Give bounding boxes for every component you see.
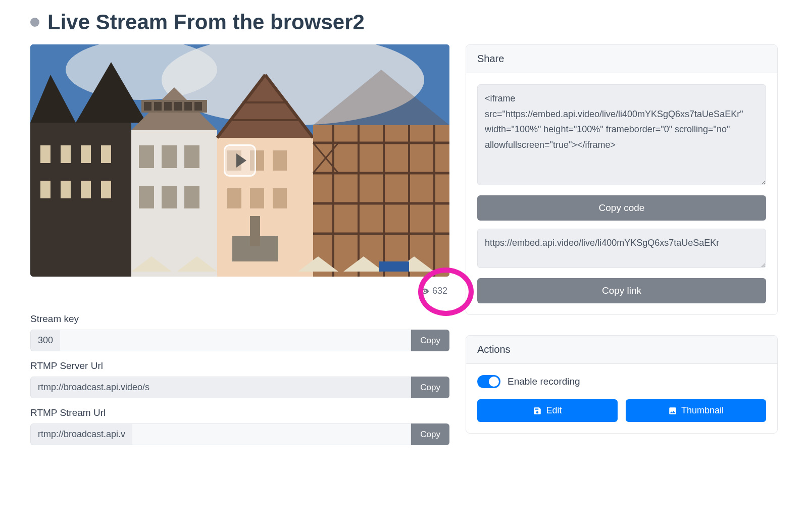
svg-rect-8 [61,145,71,163]
svg-rect-27 [139,186,154,208]
copy-stream-key-button[interactable]: Copy [411,330,449,351]
svg-rect-22 [184,102,192,111]
actions-panel: Actions Enable recording Edit [466,335,778,434]
svg-rect-25 [162,145,177,168]
svg-rect-14 [101,181,111,198]
page-title: Live Stream From the browser2 [47,10,365,34]
share-panel-title: Share [466,45,777,73]
copy-link-button[interactable]: Copy link [477,278,766,303]
svg-rect-56 [250,216,260,246]
svg-rect-7 [40,145,50,163]
svg-rect-18 [144,102,152,111]
share-panel: Share <iframe src="https://embed.api.vid… [466,44,778,315]
enable-recording-label: Enable recording [508,376,580,387]
svg-rect-40 [250,188,264,208]
svg-rect-11 [40,181,50,198]
enable-recording-toggle[interactable] [477,375,500,388]
view-count: 632 [30,277,449,310]
image-icon [668,406,677,415]
svg-rect-9 [81,145,91,163]
svg-rect-38 [273,150,287,171]
thumbnail-button[interactable]: Thumbnail [626,399,766,422]
view-count-value: 632 [432,286,447,296]
share-link-textarea[interactable]: https://embed.api.video/live/li400mYKSgQ… [477,229,766,268]
svg-rect-13 [81,181,91,198]
stream-key-label: Stream key [30,313,449,325]
svg-rect-12 [61,181,71,198]
actions-panel-title: Actions [466,336,777,364]
svg-rect-24 [139,145,154,168]
play-button-icon[interactable] [224,144,256,177]
page-header: Live Stream From the browser2 [30,10,778,34]
save-icon [533,406,542,415]
copy-code-button[interactable]: Copy code [477,195,766,221]
svg-rect-28 [162,186,177,208]
rtmp-server-input[interactable] [30,377,411,398]
svg-rect-21 [174,102,182,111]
svg-rect-39 [227,188,241,208]
status-dot-icon [30,18,39,27]
video-preview[interactable] [30,44,449,277]
copy-rtmp-stream-button[interactable]: Copy [411,423,449,445]
eye-icon [420,287,429,296]
edit-button-label: Edit [546,405,562,416]
svg-rect-41 [273,188,287,208]
rtmp-stream-label: RTMP Stream Url [30,407,449,418]
svg-rect-10 [101,145,111,163]
copy-rtmp-server-button[interactable]: Copy [411,377,449,398]
svg-rect-62 [379,261,409,272]
thumbnail-button-label: Thumbnail [681,405,724,416]
svg-rect-19 [154,102,162,111]
svg-rect-23 [194,102,202,111]
svg-rect-29 [184,186,199,208]
rtmp-server-label: RTMP Server Url [30,360,449,371]
stream-key-input[interactable]: 300 [30,330,60,351]
svg-rect-20 [164,102,172,111]
edit-button[interactable]: Edit [477,399,618,422]
svg-rect-26 [184,145,199,168]
rtmp-stream-input[interactable]: rtmp://broadcast.api.v [30,423,132,445]
iframe-code-textarea[interactable]: <iframe src="https://embed.api.video/liv… [477,84,766,185]
